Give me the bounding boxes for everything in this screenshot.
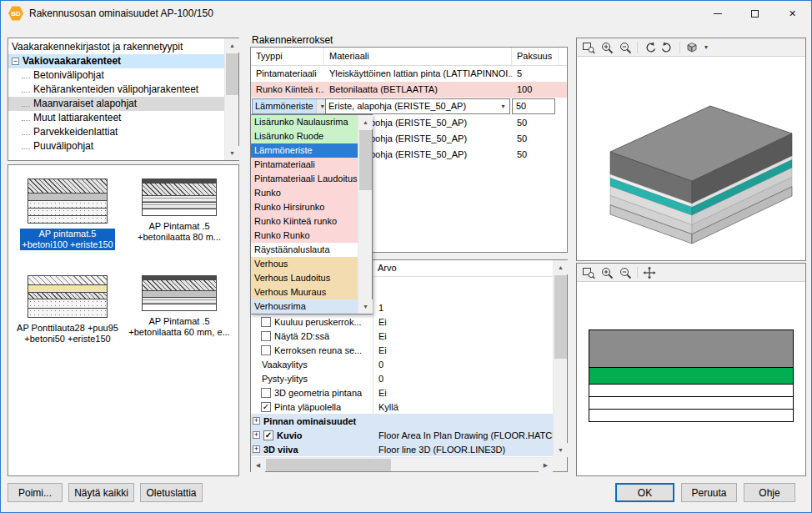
- type-option[interactable]: Verhous Laudoitus: [251, 271, 358, 285]
- scroll-up-button[interactable]: ▲: [358, 115, 373, 129]
- property-row-vaakaylitys[interactable]: Vaakaylitys 0: [251, 357, 553, 371]
- type-option[interactable]: Verhous: [251, 257, 358, 271]
- layer-row-highlighted[interactable]: Runko Kiinteä r... Betonilaatta (BETLAAT…: [251, 82, 567, 98]
- layer-row-editing[interactable]: Lämmöneriste ▾ Eriste, alapohja (ERISTE_…: [251, 98, 567, 115]
- display-mode-dropdown-icon[interactable]: ▾: [702, 43, 710, 51]
- scroll-up-button[interactable]: ▲: [554, 260, 568, 274]
- expand-icon[interactable]: +: [253, 445, 260, 453]
- minimize-button[interactable]: [699, 1, 736, 26]
- tree-item-keharankenteiden[interactable]: Kehärankenteiden välipohjarakenteet: [8, 83, 224, 97]
- section-preview-image: [28, 179, 108, 224]
- properties-horizontal-scrollbar[interactable]: ◀ ▶: [251, 457, 553, 471]
- column-header-paksuus[interactable]: Paksuus: [512, 48, 559, 65]
- tree-item-puuvalipohjat[interactable]: Puuvälipohjat: [8, 139, 224, 153]
- type-option[interactable]: Lisärunko Naulausrima: [251, 115, 358, 129]
- checkbox-unchecked[interactable]: [261, 331, 271, 341]
- property-row-kerroksen-reuna[interactable]: Kerroksen reuna se... Ei: [251, 343, 553, 357]
- type-option[interactable]: Runko Hirsirunko: [251, 200, 358, 214]
- property-row-kuvio[interactable]: +✓Kuvio Floor Area In Plan Drawing (FLOO…: [251, 428, 553, 442]
- tree-item-maanvaraiset-alapohjat[interactable]: Maanvaraiset alapohjat: [8, 97, 224, 111]
- maximize-button[interactable]: [736, 1, 774, 26]
- type-option[interactable]: Runko Runko: [251, 229, 358, 243]
- property-row-3d-geometria[interactable]: 3D geometria pintana Ei: [251, 385, 553, 400]
- property-row-pysty-ylitys[interactable]: Pysty-ylitys 0: [251, 371, 553, 385]
- scroll-down-button[interactable]: ▼: [554, 443, 568, 457]
- zoom-in-icon[interactable]: [599, 40, 615, 55]
- scrollbar-thumb[interactable]: [266, 459, 391, 471]
- property-row-pinta-ylapuolella[interactable]: ✓Pinta yläpuolella Kyllä: [251, 400, 553, 414]
- zoom-out-icon[interactable]: [617, 40, 634, 55]
- scrollbar-thumb[interactable]: [554, 275, 567, 359]
- column-header-materiaali[interactable]: Materiaali: [324, 48, 512, 65]
- expand-icon[interactable]: +: [253, 431, 260, 439]
- checkbox-checked[interactable]: ✓: [263, 430, 273, 440]
- property-row-nayta-2d[interactable]: Näytä 2D:ssä Ei: [251, 329, 553, 343]
- scroll-up-button[interactable]: ▲: [225, 38, 239, 53]
- scroll-down-button[interactable]: ▼: [225, 146, 239, 160]
- layer-type-combobox[interactable]: Lämmöneriste ▾: [252, 98, 329, 114]
- scrollbar-thumb[interactable]: [226, 53, 238, 95]
- tree-line: [22, 145, 30, 149]
- tree-item-parvekkeidenlattiat[interactable]: Parvekkeidenlattiat: [8, 125, 224, 139]
- type-option[interactable]: Pintamateriaali Laudoitus: [251, 172, 358, 186]
- thumbnail-ap-ponttilauta28[interactable]: AP Ponttilauta28 +puu95 +betoni50 +erist…: [17, 275, 118, 345]
- value-column-header[interactable]: Arvo: [378, 260, 397, 276]
- checkbox-unchecked[interactable]: [261, 388, 271, 398]
- property-row-kuuluu-peruskerrok[interactable]: Kuuluu peruskerrok... Ei: [251, 314, 553, 329]
- scrollbar-thumb[interactable]: [359, 130, 372, 190]
- layer-band-concrete: [589, 329, 794, 368]
- titlebar[interactable]: BD Rakennusosan ominaisuudet AP-100/150 …: [1, 1, 811, 26]
- tree-item-vakiovaakarakenteet[interactable]: −Vakiovaakarakenteet: [8, 54, 224, 68]
- view3d-viewport[interactable]: [577, 57, 805, 260]
- type-option-selected[interactable]: Lämmöneriste: [251, 143, 358, 158]
- view2d-viewport[interactable]: [577, 282, 805, 475]
- nayta-kaikki-button[interactable]: Näytä kaikki: [68, 483, 134, 502]
- property-group-pinnan-ominaisuudet[interactable]: +Pinnan ominaisuudet: [251, 414, 553, 428]
- toolbar-separator: [637, 42, 638, 53]
- poimi-button[interactable]: Poimi...: [8, 483, 63, 502]
- layer-row[interactable]: Pintamateriaali Yleiskäyttöinen lattian …: [251, 66, 567, 82]
- checkbox-unchecked[interactable]: [261, 317, 271, 327]
- type-option[interactable]: Lisärunko Ruode: [251, 129, 358, 143]
- dropdown-scrollbar[interactable]: ▲ ▼: [358, 115, 372, 314]
- tree-item-betonivalipohjat[interactable]: Betonivälipohjat: [8, 68, 224, 83]
- type-option[interactable]: Räystäänaluslauta: [251, 243, 358, 257]
- tree-item-muut-lattiarakenteet[interactable]: Muut lattiarakenteet: [8, 111, 224, 125]
- zoom-window-icon[interactable]: [580, 265, 597, 280]
- type-option[interactable]: Verhous Muuraus: [251, 285, 358, 299]
- combobox-arrow-icon[interactable]: ▾: [497, 99, 509, 113]
- zoom-out-icon[interactable]: [617, 265, 634, 280]
- library-scrollbar[interactable]: ▲ ▼: [224, 38, 238, 160]
- rotate-left-icon[interactable]: [641, 40, 658, 55]
- scroll-left-button[interactable]: ◀: [251, 458, 265, 472]
- thumbnail-ap-pintamat5-betonilaatta80[interactable]: AP Pintamat .5 +betonilaatta 80 m...: [138, 179, 221, 250]
- zoom-window-icon[interactable]: [580, 40, 597, 55]
- checkbox-unchecked[interactable]: [261, 345, 271, 355]
- thickness-input[interactable]: 50: [512, 98, 555, 114]
- peruuta-button[interactable]: Peruuta: [681, 483, 737, 502]
- oletuslattia-button[interactable]: Oletuslattia: [140, 483, 203, 502]
- expand-icon[interactable]: +: [253, 417, 260, 425]
- collapse-icon[interactable]: −: [12, 58, 19, 65]
- display-mode-icon[interactable]: [684, 40, 700, 55]
- pan-icon[interactable]: [641, 265, 658, 280]
- rotate-right-icon[interactable]: [659, 40, 676, 55]
- library-panel: Vaakarakennekirjastot ja rakennetyypit −…: [8, 38, 239, 161]
- scroll-right-button[interactable]: ▶: [539, 458, 553, 472]
- thumbnail-ap-pintamat5-betonilaatta60[interactable]: AP Pintamat .5 +betonilaatta 60 mm, e...: [128, 275, 229, 345]
- scroll-down-button[interactable]: ▼: [358, 299, 373, 314]
- zoom-in-icon[interactable]: [599, 265, 615, 280]
- column-header-tyyppi[interactable]: Tyyppi: [251, 48, 324, 65]
- checkbox-checked[interactable]: ✓: [261, 402, 271, 412]
- thumbnail-ap-pintamat5-betoni100[interactable]: AP pintamat.5 +betoni100 +eriste150: [20, 179, 114, 250]
- close-button[interactable]: ✕: [774, 1, 811, 26]
- ohje-button[interactable]: Ohje: [744, 483, 795, 502]
- ok-button[interactable]: OK: [615, 483, 674, 502]
- type-option[interactable]: Runko Kiinteä runko: [251, 214, 358, 229]
- property-row-3d-viiva[interactable]: +3D viiva Floor line 3D (FLOOR.LINE3D): [251, 442, 553, 456]
- layer-material-combobox[interactable]: Eriste, alapohja (ERISTE_50_AP) ▾: [325, 98, 510, 114]
- type-option[interactable]: Runko: [251, 186, 358, 200]
- type-option[interactable]: Verhousrima: [251, 299, 358, 314]
- properties-vertical-scrollbar[interactable]: ▲ ▼: [553, 260, 567, 457]
- type-option[interactable]: Pintamateriaali: [251, 158, 358, 172]
